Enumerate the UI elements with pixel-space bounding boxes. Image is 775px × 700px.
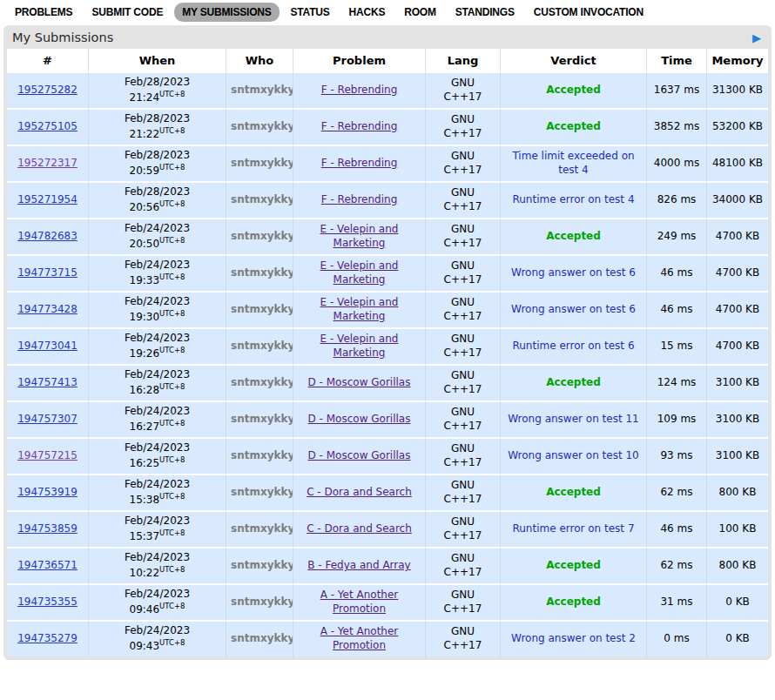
nav-item-submit-code[interactable]: SUBMIT CODE <box>84 3 171 22</box>
cell-problem: F - Rebrending <box>293 71 425 108</box>
lang-line-1: GNU <box>430 442 495 456</box>
problem-link[interactable]: D - Moscow Gorillas <box>308 376 411 388</box>
cell-time: 31 ms <box>646 583 706 620</box>
submission-id-link[interactable]: 194757413 <box>17 376 78 388</box>
cell-memory: 4700 KB <box>706 254 768 291</box>
user-handle-link[interactable]: sntmxykky <box>231 193 293 205</box>
cell-verdict: Wrong answer on test 2 <box>500 620 646 656</box>
submission-id-link[interactable]: 194753859 <box>17 522 78 535</box>
submission-time: 19:26UTC+8 <box>93 346 221 361</box>
problem-link[interactable]: C - Dora and Search <box>307 486 412 498</box>
user-handle-link[interactable]: sntmxykky <box>231 157 293 169</box>
submissions-table-body: 195275282 Feb/28/2023 21:24UTC+8 sntmxyk… <box>7 71 768 656</box>
nav-item-status[interactable]: STATUS <box>283 3 338 22</box>
user-handle-link[interactable]: sntmxykky <box>231 303 293 315</box>
user-handle-link[interactable]: sntmxykky <box>231 486 293 498</box>
submission-id-link[interactable]: 195271954 <box>17 193 78 205</box>
nav-item-standings[interactable]: STANDINGS <box>448 3 522 22</box>
user-handle-link[interactable]: sntmxykky <box>231 376 293 388</box>
user-handle-link[interactable]: sntmxykky <box>231 340 293 352</box>
problem-link[interactable]: D - Moscow Gorillas <box>308 413 411 425</box>
problem-link[interactable]: E - Velepin and Marketing <box>320 259 399 286</box>
user-handle-link[interactable]: sntmxykky <box>231 230 293 242</box>
cell-lang: GNU C++17 <box>425 583 500 620</box>
submission-id-link[interactable]: 194753919 <box>17 486 78 498</box>
table-row: 195275105 Feb/28/2023 21:22UTC+8 sntmxyk… <box>7 108 768 145</box>
cell-memory: 53200 KB <box>706 108 768 145</box>
cell-who: sntmxykky <box>226 145 293 181</box>
verdict-text: Runtime error on test 7 <box>512 522 634 535</box>
lang-line-2: C++17 <box>430 273 495 287</box>
user-handle-link[interactable]: sntmxykky <box>231 559 293 571</box>
cell-lang: GNU C++17 <box>425 474 500 510</box>
cell-who: sntmxykky <box>226 218 293 254</box>
problem-link[interactable]: E - Velepin and Marketing <box>320 333 399 359</box>
problem-link[interactable]: B - Fedya and Array <box>307 559 410 571</box>
user-handle-link[interactable]: sntmxykky <box>231 522 293 535</box>
submission-id-link[interactable]: 194773715 <box>17 266 78 279</box>
cell-time: 46 ms <box>646 291 706 327</box>
problem-link[interactable]: E - Velepin and Marketing <box>320 296 399 322</box>
submission-id-link[interactable]: 194736571 <box>17 559 78 571</box>
cell-when: Feb/28/2023 21:24UTC+8 <box>88 71 226 108</box>
lang-line-2: C++17 <box>430 639 495 653</box>
submission-id-link[interactable]: 194782683 <box>17 230 78 242</box>
cell-lang: GNU C++17 <box>425 364 500 400</box>
problem-link[interactable]: F - Rebrending <box>321 84 398 96</box>
cell-id: 194753919 <box>7 474 88 510</box>
problem-link[interactable]: F - Rebrending <box>321 157 398 169</box>
nav-item-room[interactable]: ROOM <box>396 3 444 22</box>
submission-id-link[interactable]: 194773428 <box>17 303 78 315</box>
nav-item-hacks[interactable]: HACKS <box>341 3 394 22</box>
user-handle-link[interactable]: sntmxykky <box>231 413 293 425</box>
submission-id-link[interactable]: 194773041 <box>17 340 78 352</box>
user-handle-link[interactable]: sntmxykky <box>231 632 293 644</box>
lang-line-2: C++17 <box>430 566 495 580</box>
submission-id-link[interactable]: 194757307 <box>17 413 78 425</box>
user-handle-link[interactable]: sntmxykky <box>231 596 293 608</box>
expand-arrow-icon[interactable]: ▶ <box>752 32 763 44</box>
cell-memory: 3100 KB <box>706 400 768 437</box>
table-row: 194753859 Feb/24/2023 15:37UTC+8 sntmxyk… <box>7 510 768 547</box>
cell-verdict: Accepted <box>500 547 646 583</box>
timezone-label: UTC+8 <box>159 90 185 98</box>
problem-link[interactable]: E - Velepin and Marketing <box>320 223 399 249</box>
submission-id-link[interactable]: 195272317 <box>17 157 78 169</box>
cell-verdict: Runtime error on test 6 <box>500 327 646 364</box>
submission-id-link[interactable]: 195275105 <box>17 120 78 132</box>
table-row: 194773428 Feb/24/2023 19:30UTC+8 sntmxyk… <box>7 291 768 327</box>
nav-item-problems[interactable]: PROBLEMS <box>7 3 80 22</box>
problem-link[interactable]: A - Yet Another Promotion <box>320 589 399 615</box>
problem-link[interactable]: C - Dora and Search <box>307 522 412 535</box>
submission-time: 21:22UTC+8 <box>93 126 221 142</box>
column-header-when: When <box>88 49 226 71</box>
verdict-text: Runtime error on test 6 <box>512 340 634 352</box>
submission-time: 15:38UTC+8 <box>93 492 221 508</box>
submission-time: 16:28UTC+8 <box>93 382 221 398</box>
user-handle-link[interactable]: sntmxykky <box>231 449 293 461</box>
submission-id-link[interactable]: 194735355 <box>17 596 78 608</box>
submission-id-link[interactable]: 194757215 <box>17 449 78 461</box>
cell-problem: E - Velepin and Marketing <box>293 291 425 327</box>
user-handle-link[interactable]: sntmxykky <box>231 120 293 132</box>
nav-item-custom-invocation[interactable]: CUSTOM INVOCATION <box>526 3 651 22</box>
user-handle-link[interactable]: sntmxykky <box>231 84 293 96</box>
cell-verdict: Accepted <box>500 583 646 620</box>
lang-line-2: C++17 <box>430 200 495 214</box>
nav-item-my-submissions[interactable]: MY SUBMISSIONS <box>174 3 279 22</box>
user-handle-link[interactable]: sntmxykky <box>231 266 293 279</box>
problem-link[interactable]: A - Yet Another Promotion <box>320 625 399 651</box>
cell-when: Feb/24/2023 19:33UTC+8 <box>88 254 226 291</box>
submission-id-link[interactable]: 194735279 <box>17 632 78 644</box>
table-row: 194757413 Feb/24/2023 16:28UTC+8 sntmxyk… <box>7 364 768 400</box>
cell-when: Feb/24/2023 15:37UTC+8 <box>88 510 226 547</box>
cell-when: Feb/28/2023 20:59UTC+8 <box>88 145 226 181</box>
problem-link[interactable]: D - Moscow Gorillas <box>308 449 411 461</box>
cell-id: 195275105 <box>7 108 88 145</box>
lang-line-2: C++17 <box>430 602 495 616</box>
problem-link[interactable]: F - Rebrending <box>321 120 398 132</box>
submission-date: Feb/28/2023 <box>93 149 221 163</box>
cell-verdict: Runtime error on test 4 <box>500 181 646 218</box>
problem-link[interactable]: F - Rebrending <box>321 193 398 205</box>
submission-id-link[interactable]: 195275282 <box>17 84 78 96</box>
